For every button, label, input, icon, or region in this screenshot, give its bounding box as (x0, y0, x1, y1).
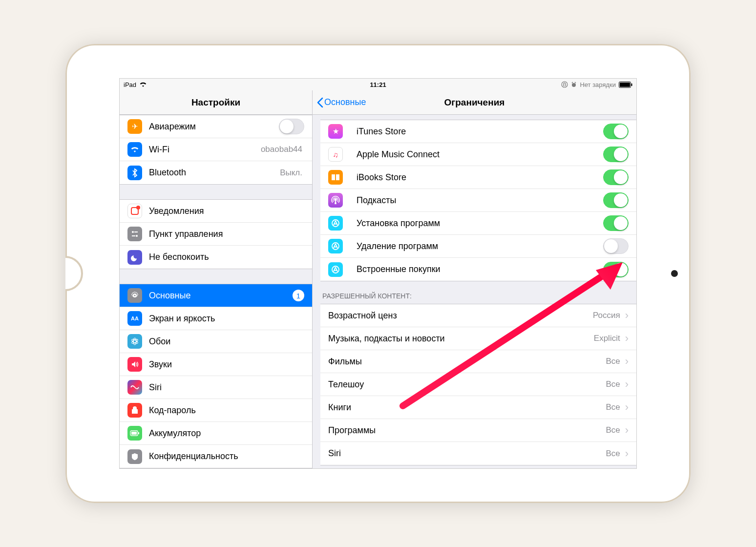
content-row-books[interactable]: Книги Все › (320, 396, 636, 419)
display-icon: AA (127, 311, 142, 326)
control-center-icon (127, 227, 142, 241)
orientation-lock-icon (561, 81, 568, 88)
back-button[interactable]: Основные (316, 97, 366, 108)
appstore-inapp-icon (328, 262, 343, 277)
sidebar-title: Настройки (120, 90, 312, 115)
detail-title: Ограничения (444, 97, 505, 108)
toggle-row-music: ♫ Apple Music Connect (320, 143, 636, 166)
chevron-right-icon: › (625, 401, 629, 414)
music-toggle[interactable] (603, 147, 629, 162)
sidebar-item-privacy[interactable]: Конфиденциальность (120, 445, 312, 468)
podcasts-toggle[interactable] (603, 192, 629, 208)
chevron-left-icon (316, 97, 323, 108)
sidebar-item-notifications[interactable]: Уведомления (120, 200, 312, 223)
sounds-icon (127, 357, 142, 372)
home-button[interactable] (65, 256, 83, 291)
privacy-icon (127, 449, 142, 464)
chevron-right-icon: › (625, 424, 629, 437)
svg-point-11 (133, 338, 136, 345)
sidebar-item-siri[interactable]: Siri (120, 376, 312, 399)
passcode-icon (127, 403, 142, 418)
screen: iPad 11:21 Нет зарядки (119, 78, 637, 469)
sidebar-item-general[interactable]: Основные 1 (120, 284, 312, 307)
sidebar-item-wallpaper[interactable]: Обои (120, 330, 312, 353)
sidebar-item-bluetooth[interactable]: Bluetooth Выкл. (120, 161, 312, 184)
content-row-music[interactable]: Музыка, подкасты и новости Explicit › (320, 327, 636, 350)
toggle-row-ibooks: iBooks Store (320, 166, 636, 189)
toggle-row-delete: Удаление программ (320, 235, 636, 258)
delete-apps-toggle[interactable] (603, 238, 629, 254)
tablet-frame: iPad 11:21 Нет зарядки (65, 44, 691, 503)
svg-rect-3 (620, 83, 630, 87)
airplane-toggle[interactable] (279, 119, 304, 134)
dnd-icon (127, 250, 142, 265)
svg-point-16 (335, 199, 336, 201)
chevron-right-icon: › (625, 309, 629, 322)
appstore-delete-icon (328, 239, 343, 253)
content-row-tv[interactable]: Телешоу Все › (320, 373, 636, 396)
wifi-icon (139, 82, 147, 87)
notifications-icon (127, 204, 142, 218)
content-section-header: РАЗРЕШЕННЫЙ КОНТЕНТ: (313, 281, 636, 304)
chevron-right-icon: › (625, 447, 629, 460)
sidebar-item-control-center[interactable]: Пункт управления (120, 223, 312, 246)
siri-icon (127, 380, 142, 395)
sidebar-item-passcode[interactable]: Код-пароль (120, 399, 312, 422)
content-row-siri[interactable]: Siri Все › (320, 442, 636, 465)
toggle-row-inapp: Встроенные покупки (320, 258, 636, 281)
wifi-settings-icon (127, 142, 142, 157)
toggle-row-install: Установка программ (320, 212, 636, 235)
podcast-icon (328, 193, 343, 208)
wallpaper-icon (127, 334, 142, 349)
time-label: 11:21 (370, 81, 386, 88)
chevron-right-icon: › (625, 355, 629, 368)
itunes-icon: ★ (328, 124, 343, 139)
chevron-right-icon: › (625, 378, 629, 391)
status-bar: iPad 11:21 Нет зарядки (120, 79, 636, 90)
general-badge: 1 (293, 290, 304, 301)
sidebar-item-wifi[interactable]: Wi-Fi obaobab44 (120, 138, 312, 161)
general-icon (127, 288, 142, 303)
music-icon: ♫ (328, 147, 343, 162)
svg-rect-4 (631, 84, 632, 86)
svg-rect-8 (132, 235, 135, 236)
content-row-rating[interactable]: Возрастной ценз Россия › (320, 304, 636, 327)
bluetooth-icon (127, 166, 142, 180)
content-row-movies[interactable]: Фильмы Все › (320, 350, 636, 373)
ibooks-toggle[interactable] (603, 169, 629, 185)
charging-label: Нет зарядки (580, 81, 616, 88)
svg-point-5 (132, 231, 134, 233)
front-camera (671, 270, 678, 277)
itunes-toggle[interactable] (603, 124, 629, 139)
sidebar-item-dnd[interactable]: Не беспокоить (120, 246, 312, 269)
svg-rect-6 (134, 231, 138, 232)
toggle-row-itunes: ★ iTunes Store (320, 120, 636, 143)
sidebar-item-airplane[interactable]: ✈ Авиарежим (120, 115, 312, 138)
device-label: iPad (124, 81, 136, 88)
chevron-right-icon: › (625, 332, 629, 345)
airplane-icon: ✈ (127, 119, 142, 134)
appstore-install-icon (328, 216, 343, 231)
sidebar-item-battery[interactable]: Аккумулятор (120, 422, 312, 445)
ibooks-icon (328, 170, 343, 185)
toggle-row-podcasts: Подкасты (320, 189, 636, 212)
svg-point-1 (572, 83, 576, 87)
sidebar-item-sounds[interactable]: Звуки (120, 353, 312, 376)
inapp-toggle[interactable] (603, 262, 629, 277)
settings-sidebar: Настройки ✈ Авиарежим Wi-F (120, 90, 313, 468)
sidebar-item-display[interactable]: AA Экран и яркость (120, 307, 312, 330)
battery-icon (619, 82, 632, 88)
content-row-apps[interactable]: Программы Все › (320, 419, 636, 442)
svg-rect-15 (138, 432, 139, 434)
alarm-icon (571, 82, 577, 87)
detail-pane: Основные Ограничения ★ iTunes Store ♫ Ap (313, 90, 636, 468)
battery-settings-icon (127, 426, 142, 441)
install-apps-toggle[interactable] (603, 215, 629, 231)
svg-point-7 (136, 235, 138, 237)
svg-rect-14 (131, 432, 137, 435)
